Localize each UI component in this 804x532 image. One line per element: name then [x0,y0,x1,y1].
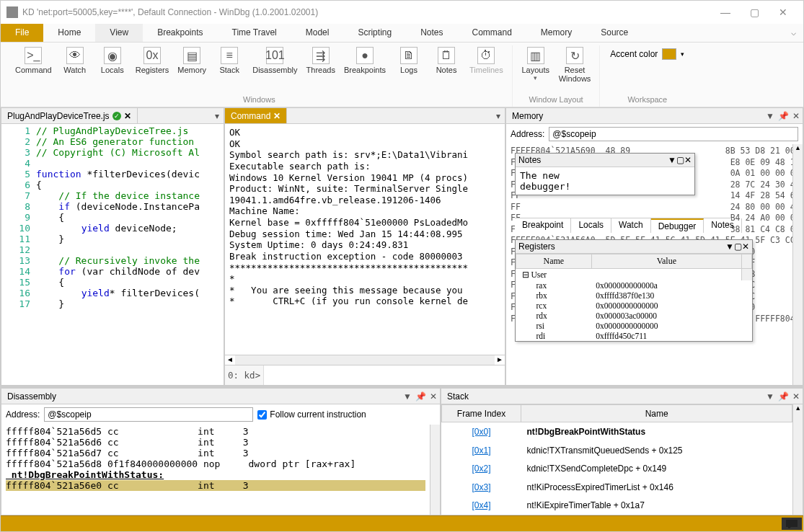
col-value[interactable]: Value [591,254,741,269]
disassembly-view[interactable]: fffff804`521a56d5 cc int 3fffff804`521a5… [1,425,430,515]
accent-color-swatch[interactable] [662,48,676,60]
command-input[interactable] [264,365,505,385]
scrollbar[interactable]: ▲ [792,144,803,385]
scrollbar[interactable]: ▲ [792,404,803,515]
tab-locals[interactable]: Locals [571,218,611,233]
disasm-line[interactable]: fffff804`521a56e0 cc int 3 [6,480,425,491]
menu-notes[interactable]: Notes [406,24,457,42]
menu-view[interactable]: View [95,24,143,42]
disasm-address-input[interactable] [44,407,253,422]
register-row[interactable]: rdx0x000003ac00000 [516,311,752,321]
code-line[interactable]: 4 [1,158,224,169]
pane-close-icon[interactable]: ✕ [742,241,749,252]
menu-file[interactable]: File [1,24,43,42]
code-line[interactable]: 10 yield deviceNode; [1,223,224,234]
close-button[interactable]: ✕ [769,6,798,18]
editor-tab[interactable]: PlugAndPlayDeviceTree.js ✓ ✕ [1,108,138,123]
stack-row[interactable]: [0x4]nt!KiExpireTimerTable + 0x1a7 [442,496,792,515]
notes-window[interactable]: Notes ▼ ▢ ✕ The new debugger! [515,153,695,195]
menu-source[interactable]: Source [586,24,642,42]
pane-dropdown-icon[interactable]: ▼ [668,155,676,165]
command-output[interactable]: OK OK Symbol search path is: srv*;E:\Dat… [225,124,505,355]
menu-command[interactable]: Command [458,24,526,42]
stack-row[interactable]: [0x3]nt!KiProcessExpiredTimerList + 0x14… [442,478,792,497]
scrollbar[interactable] [742,269,752,281]
pane-dropdown-icon[interactable]: ▼ [401,391,414,402]
pane-maximize-icon[interactable]: ▢ [676,155,684,165]
code-line[interactable]: 13 // Recursively invoke the [1,255,224,266]
pane-pin-icon[interactable]: 📌 [414,391,427,402]
tab-watch[interactable]: Watch [611,218,651,233]
pane-dropdown-icon[interactable]: ▼ [725,241,734,252]
notes-body[interactable]: The new debugger! [516,167,694,195]
code-line[interactable]: 8 if (deviceNode.InstancePa [1,201,224,212]
pane-dropdown-icon[interactable]: ▼ [764,391,777,402]
scroll-left-icon[interactable]: ◄ [225,355,235,365]
pane-close-icon[interactable]: ✕ [790,111,803,121]
ribbon-logs[interactable]: 🗎Logs [390,45,428,76]
code-line[interactable]: 9 { [1,212,224,223]
follow-instruction-checkbox[interactable]: Follow current instruction [257,409,366,420]
menu-home[interactable]: Home [43,24,95,42]
stack-row[interactable]: [0x1]kdnic!TXTransmitQueuedSends + 0x125 [442,441,792,460]
code-line[interactable]: 2// An ES6 generator function [1,136,224,147]
menu-breakpoints[interactable]: Breakpoints [143,24,217,42]
command-tab[interactable]: Command ✕ [225,108,287,123]
registers-window[interactable]: Registers ▼ ▢ ✕ NameValue ⊟ User rax0x00… [515,239,753,342]
stack-row[interactable]: [0x0]nt!DbgBreakPointWithStatus [442,422,792,441]
register-row[interactable]: rdi0xffffd450c711 [516,331,752,341]
pane-pin-icon[interactable]: 📌 [777,111,790,121]
code-line[interactable]: 7 // If the device instance [1,190,224,201]
pane-menu-icon[interactable]: ▾ [211,111,224,121]
code-line[interactable]: 16 yield* filterDevices( [1,288,224,298]
tab-debugger[interactable]: Debugger [651,218,704,233]
ribbon-threads[interactable]: ⇶Threads [302,45,340,76]
maximize-button[interactable]: ▢ [740,6,769,18]
ribbon-reset-windows[interactable]: ↻ Reset Windows [555,45,596,84]
code-line[interactable]: 12 [1,244,224,255]
pane-dropdown-icon[interactable]: ▼ [764,111,777,121]
code-line[interactable]: 14 for (var childNode of dev [1,266,224,277]
disasm-line[interactable]: fffff804`521a56d6 cc int 3 [6,437,425,448]
tab-close-icon[interactable]: ✕ [273,111,280,121]
menu-scripting[interactable]: Scripting [343,24,406,42]
code-line[interactable]: 3// Copyright (C) Microsoft Al [1,147,224,158]
code-line[interactable]: 15 { [1,277,224,288]
disasm-line[interactable]: nt!DbgBreakPointWithStatus: [6,469,425,480]
ribbon-locals[interactable]: ◉Locals [94,45,131,76]
code-line[interactable]: 17 } [1,298,224,309]
follow-checkbox[interactable] [257,410,267,420]
menu-model[interactable]: Model [291,24,344,42]
ribbon-registers[interactable]: 0xRegisters [131,45,173,76]
minimize-button[interactable]: — [711,6,740,18]
code-editor[interactable]: 1// PlugAndPlayDeviceTree.js2// An ES6 g… [1,124,224,385]
stack-row[interactable]: [0x2]kdnic!TXSendCompleteDpc + 0x149 [442,459,792,478]
register-row[interactable]: rsi0x0000000000000 [516,321,752,331]
chevron-down-icon[interactable]: ▾ [681,50,684,58]
ribbon-watch[interactable]: 👁Watch [56,45,94,76]
code-line[interactable]: 6{ [1,179,224,190]
memory-address-input[interactable] [549,127,798,141]
scroll-right-icon[interactable]: ► [495,355,505,365]
ribbon-command[interactable]: >_Command [11,45,56,76]
tab-close-icon[interactable]: ✕ [124,111,131,121]
code-line[interactable]: 5function *filterDevices(devic [1,169,224,179]
ribbon-stack[interactable]: ≡Stack [211,45,248,76]
pane-close-icon[interactable]: ✕ [684,155,692,165]
ribbon-breakpoints[interactable]: ●Breakpoints [340,45,390,76]
ribbon-notes[interactable]: 🗒Notes [428,45,465,76]
register-group[interactable]: ⊟ User [516,269,742,281]
scrollbar[interactable] [430,425,440,515]
disasm-line[interactable]: fffff804`521a56d8 0f1f840000000000 nop d… [6,458,425,469]
ribbon-collapse-icon[interactable]: ⌵ [784,24,803,42]
pane-maximize-icon[interactable]: ▢ [734,241,742,252]
pane-pin-icon[interactable]: 📌 [777,391,790,402]
register-row[interactable]: rax0x000000000000a [516,280,752,291]
menu-memory[interactable]: Memory [526,24,586,42]
disasm-line[interactable]: fffff804`521a56d7 cc int 3 [6,448,425,458]
feedback-icon[interactable] [782,518,802,530]
pane-close-icon[interactable]: ✕ [427,391,440,402]
col-frame-index[interactable]: Frame Index [442,405,521,422]
ribbon-layouts[interactable]: ▥ Layouts ▾ [517,45,555,84]
menu-timetravel[interactable]: Time Travel [218,24,291,42]
